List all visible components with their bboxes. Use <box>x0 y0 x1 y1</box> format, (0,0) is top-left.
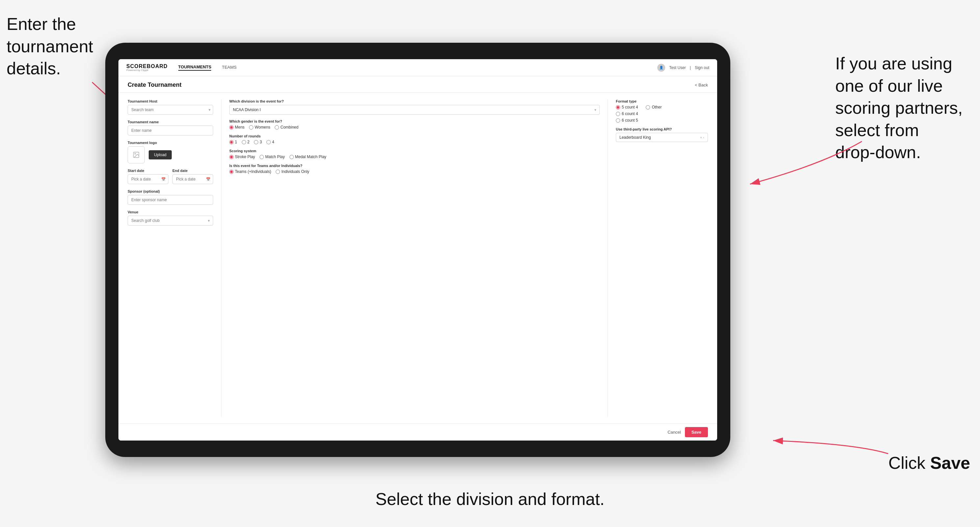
nav-tournaments[interactable]: TOURNAMENTS <box>178 64 212 71</box>
date-row: Start date 📅 End date 📅 <box>128 169 213 184</box>
end-date-wrapper: 📅 <box>172 174 213 184</box>
rounds-3[interactable]: 3 <box>254 140 262 144</box>
venue-select-wrapper: ▾ <box>128 216 213 225</box>
nav-avatar: 👤 <box>657 64 665 71</box>
calendar-icon-end: 📅 <box>206 177 210 181</box>
format-6count5[interactable]: 6 count 5 <box>616 118 638 123</box>
nav-signout[interactable]: Sign out <box>695 65 709 70</box>
start-date-group: Start date 📅 <box>128 169 169 184</box>
format-other-radio[interactable] <box>646 105 650 110</box>
save-button[interactable]: Save <box>685 427 708 437</box>
scoring-match[interactable]: Match Play <box>259 154 285 159</box>
scoring-stroke-radio[interactable] <box>229 155 234 159</box>
nav-logo-sub: Powered by Clippit <box>126 69 168 71</box>
rounds-label: Number of rounds <box>229 134 600 138</box>
divider-left-middle <box>221 99 221 417</box>
gender-womens-radio[interactable] <box>249 125 253 130</box>
format-5count4[interactable]: 5 count 4 <box>616 105 638 110</box>
division-select[interactable]: NCAA Division I <box>229 105 600 115</box>
rounds-2-radio[interactable] <box>242 140 246 144</box>
division-label: Which division is the event for? <box>229 99 600 103</box>
scoring-medal-radio[interactable] <box>290 155 294 159</box>
event-type-individuals[interactable]: Individuals Only <box>276 169 309 174</box>
annotation-topright: If you are using one of our live scoring… <box>835 52 974 164</box>
search-icon: ▾ <box>208 108 210 112</box>
gender-womens[interactable]: Womens <box>249 125 270 130</box>
scoring-label: Scoring system <box>229 149 600 153</box>
cancel-button[interactable]: Cancel <box>668 430 681 435</box>
annotation-bottomright: Click Save <box>888 452 970 475</box>
col-right: Format type 5 count 4 Other <box>616 99 708 417</box>
end-date-label: End date <box>172 169 213 173</box>
event-type-teams-radio[interactable] <box>229 170 234 174</box>
event-type-radio-group: Teams (+Individuals) Individuals Only <box>229 169 600 174</box>
page-footer: Cancel Save <box>118 424 717 441</box>
rounds-4-radio[interactable] <box>266 140 271 144</box>
back-link[interactable]: < Back <box>695 83 708 87</box>
division-select-wrapper: NCAA Division I <box>229 105 600 115</box>
event-type-label: Is this event for Teams and/or Individua… <box>229 164 600 168</box>
format-6count4[interactable]: 6 count 4 <box>616 111 638 116</box>
rounds-1[interactable]: 1 <box>229 140 237 144</box>
live-scoring-input-wrap[interactable]: Leaderboard King × ‹ <box>616 133 708 142</box>
logo-placeholder <box>128 146 145 163</box>
tournament-host-wrapper: ▾ <box>128 105 213 115</box>
gender-group: Which gender is the event for? Mens Wome… <box>229 119 600 130</box>
rounds-group: Number of rounds 1 2 <box>229 134 600 144</box>
live-scoring-clear[interactable]: × ‹ <box>700 135 704 140</box>
division-group: Which division is the event for? NCAA Di… <box>229 99 600 115</box>
rounds-1-label: 1 <box>235 140 237 144</box>
rounds-1-radio[interactable] <box>229 140 234 144</box>
format-5count4-radio[interactable] <box>616 105 620 110</box>
nav-logo: SCOREBOARD Powered by Clippit <box>126 64 168 71</box>
event-type-teams-label: Teams (+Individuals) <box>235 169 271 174</box>
end-date-group: End date 📅 <box>172 169 213 184</box>
scoring-medal[interactable]: Medal Match Play <box>290 154 326 159</box>
gender-combined-radio[interactable] <box>275 125 279 130</box>
tournament-name-input[interactable] <box>128 125 213 135</box>
format-other-label: Other <box>652 105 662 110</box>
rounds-2-label: 2 <box>247 140 250 144</box>
nav-separator: | <box>690 65 691 70</box>
sponsor-input[interactable] <box>128 195 213 205</box>
gender-mens[interactable]: Mens <box>229 125 244 130</box>
gender-combined-label: Combined <box>280 125 298 130</box>
col-middle: Which division is the event for? NCAA Di… <box>229 99 600 417</box>
event-type-teams[interactable]: Teams (+Individuals) <box>229 169 271 174</box>
event-type-group: Is this event for Teams and/or Individua… <box>229 164 600 174</box>
rounds-radio-group: 1 2 3 4 <box>229 140 600 144</box>
venue-label: Venue <box>128 210 213 214</box>
start-date-wrapper: 📅 <box>128 174 169 184</box>
tournament-logo-label: Tournament logo <box>128 141 213 144</box>
format-6count5-radio[interactable] <box>616 118 620 123</box>
tournament-name-group: Tournament name <box>128 120 213 135</box>
tablet-screen: SCOREBOARD Powered by Clippit TOURNAMENT… <box>118 59 717 441</box>
tournament-logo-group: Tournament logo Upload <box>128 141 213 163</box>
scoring-match-radio[interactable] <box>259 155 264 159</box>
rounds-3-radio[interactable] <box>254 140 258 144</box>
venue-input[interactable] <box>128 216 213 225</box>
rounds-4[interactable]: 4 <box>266 140 274 144</box>
event-type-individuals-label: Individuals Only <box>281 169 309 174</box>
format-6count4-radio[interactable] <box>616 112 620 116</box>
tournament-host-input[interactable] <box>128 105 213 115</box>
nav-logo-main: SCOREBOARD <box>126 64 168 69</box>
venue-group: Venue ▾ <box>128 210 213 225</box>
nav-bar: SCOREBOARD Powered by Clippit TOURNAMENT… <box>118 59 717 76</box>
scoring-stroke-label: Stroke Play <box>235 154 255 159</box>
nav-right: 👤 Test User | Sign out <box>657 64 709 71</box>
format-other[interactable]: Other <box>646 105 662 110</box>
gender-mens-radio[interactable] <box>229 125 234 130</box>
format-type-label: Format type <box>616 99 708 103</box>
nav-teams[interactable]: TEAMS <box>222 65 237 70</box>
format-row-2: 6 count 4 <box>616 111 708 116</box>
event-type-individuals-radio[interactable] <box>276 170 280 174</box>
format-5count4-label: 5 count 4 <box>622 105 638 110</box>
sponsor-group: Sponsor (optional) <box>128 189 213 205</box>
format-6count5-label: 6 count 5 <box>622 118 638 123</box>
scoring-stroke[interactable]: Stroke Play <box>229 154 255 159</box>
rounds-2[interactable]: 2 <box>242 140 250 144</box>
gender-combined[interactable]: Combined <box>275 125 298 130</box>
divider-middle-right <box>608 99 608 417</box>
upload-button[interactable]: Upload <box>149 150 172 159</box>
